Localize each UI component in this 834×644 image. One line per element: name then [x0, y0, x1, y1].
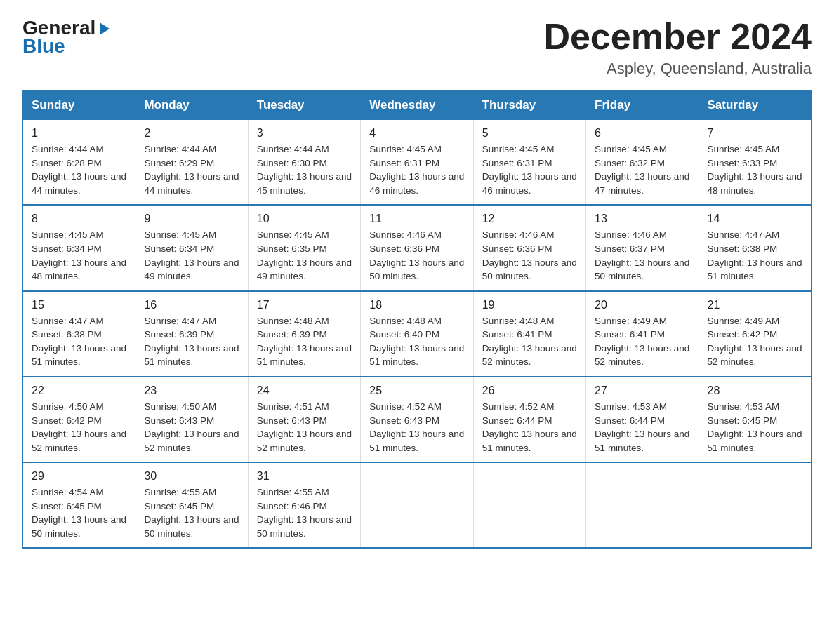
day-number: 23	[144, 384, 240, 397]
day-info: Sunrise: 4:45 AMSunset: 6:35 PMDaylight:…	[257, 229, 352, 281]
day-cell: 21Sunrise: 4:49 AMSunset: 6:42 PMDayligh…	[699, 291, 811, 377]
day-cell: 29Sunrise: 4:54 AMSunset: 6:45 PMDayligh…	[23, 462, 135, 548]
day-number: 13	[595, 213, 691, 225]
day-info: Sunrise: 4:53 AMSunset: 6:45 PMDaylight:…	[708, 401, 802, 453]
day-cell: 1Sunrise: 4:44 AMSunset: 6:28 PMDaylight…	[23, 120, 135, 206]
day-cell: 24Sunrise: 4:51 AMSunset: 6:43 PMDayligh…	[248, 377, 360, 462]
day-number: 7	[708, 127, 804, 140]
day-info: Sunrise: 4:49 AMSunset: 6:41 PMDaylight:…	[595, 316, 689, 368]
day-info: Sunrise: 4:47 AMSunset: 6:39 PMDaylight:…	[144, 316, 239, 368]
day-cell: 16Sunrise: 4:47 AMSunset: 6:39 PMDayligh…	[135, 291, 248, 377]
logo: General Blue	[22, 17, 112, 58]
day-cell: 27Sunrise: 4:53 AMSunset: 6:44 PMDayligh…	[586, 377, 699, 462]
day-cell: 30Sunrise: 4:55 AMSunset: 6:45 PMDayligh…	[135, 462, 248, 548]
day-info: Sunrise: 4:50 AMSunset: 6:43 PMDaylight:…	[144, 401, 239, 453]
day-number: 15	[32, 299, 128, 311]
header-cell-tuesday: Tuesday	[248, 91, 360, 120]
day-info: Sunrise: 4:46 AMSunset: 6:36 PMDaylight:…	[369, 229, 464, 281]
week-row-3: 15Sunrise: 4:47 AMSunset: 6:38 PMDayligh…	[23, 291, 812, 377]
day-number: 20	[595, 299, 691, 311]
day-cell: 13Sunrise: 4:46 AMSunset: 6:37 PMDayligh…	[586, 205, 699, 290]
header: General Blue December 2024 Aspley, Queen…	[22, 17, 812, 78]
day-cell: 18Sunrise: 4:48 AMSunset: 6:40 PMDayligh…	[361, 291, 473, 377]
title-area: December 2024 Aspley, Queensland, Austra…	[543, 17, 812, 78]
day-cell: 3Sunrise: 4:44 AMSunset: 6:30 PMDaylight…	[248, 120, 360, 206]
day-number: 2	[144, 127, 240, 140]
day-cell: 17Sunrise: 4:48 AMSunset: 6:39 PMDayligh…	[248, 291, 360, 377]
day-info: Sunrise: 4:45 AMSunset: 6:34 PMDaylight:…	[144, 229, 239, 281]
day-info: Sunrise: 4:47 AMSunset: 6:38 PMDaylight:…	[708, 229, 802, 281]
day-cell: 7Sunrise: 4:45 AMSunset: 6:33 PMDaylight…	[699, 120, 811, 206]
day-number: 11	[369, 213, 465, 225]
day-number: 16	[144, 299, 240, 311]
day-cell: 2Sunrise: 4:44 AMSunset: 6:29 PMDaylight…	[135, 120, 248, 206]
day-info: Sunrise: 4:53 AMSunset: 6:44 PMDaylight:…	[595, 401, 689, 453]
header-cell-monday: Monday	[135, 91, 248, 120]
day-cell: 22Sunrise: 4:50 AMSunset: 6:42 PMDayligh…	[23, 377, 135, 462]
day-number: 24	[257, 384, 353, 397]
day-info: Sunrise: 4:46 AMSunset: 6:37 PMDaylight:…	[595, 229, 689, 281]
day-number: 28	[708, 384, 804, 397]
header-cell-wednesday: Wednesday	[361, 91, 473, 120]
day-info: Sunrise: 4:44 AMSunset: 6:30 PMDaylight:…	[257, 144, 352, 196]
day-info: Sunrise: 4:55 AMSunset: 6:46 PMDaylight:…	[257, 487, 352, 539]
day-info: Sunrise: 4:48 AMSunset: 6:41 PMDaylight:…	[482, 316, 577, 368]
header-cell-friday: Friday	[586, 91, 699, 120]
day-cell: 28Sunrise: 4:53 AMSunset: 6:45 PMDayligh…	[699, 377, 811, 462]
day-number: 17	[257, 299, 353, 311]
day-cell: 11Sunrise: 4:46 AMSunset: 6:36 PMDayligh…	[361, 205, 473, 290]
day-cell: 20Sunrise: 4:49 AMSunset: 6:41 PMDayligh…	[586, 291, 699, 377]
day-info: Sunrise: 4:44 AMSunset: 6:28 PMDaylight:…	[32, 144, 126, 196]
header-cell-thursday: Thursday	[473, 91, 585, 120]
logo-arrow-icon	[97, 21, 112, 36]
day-cell	[361, 462, 473, 548]
month-title: December 2024	[543, 17, 812, 57]
day-cell: 25Sunrise: 4:52 AMSunset: 6:43 PMDayligh…	[361, 377, 473, 462]
day-info: Sunrise: 4:50 AMSunset: 6:42 PMDaylight:…	[32, 401, 126, 453]
day-info: Sunrise: 4:52 AMSunset: 6:43 PMDaylight:…	[369, 401, 464, 453]
day-info: Sunrise: 4:52 AMSunset: 6:44 PMDaylight:…	[482, 401, 577, 453]
calendar-body: 1Sunrise: 4:44 AMSunset: 6:28 PMDaylight…	[23, 120, 812, 549]
day-number: 3	[257, 127, 353, 140]
day-cell: 9Sunrise: 4:45 AMSunset: 6:34 PMDaylight…	[135, 205, 248, 290]
day-number: 14	[708, 213, 804, 225]
day-number: 8	[32, 213, 128, 225]
day-number: 10	[257, 213, 353, 225]
day-info: Sunrise: 4:48 AMSunset: 6:39 PMDaylight:…	[257, 316, 352, 368]
calendar-header: SundayMondayTuesdayWednesdayThursdayFrid…	[23, 91, 812, 120]
day-number: 12	[482, 213, 578, 225]
header-cell-saturday: Saturday	[699, 91, 811, 120]
day-cell: 4Sunrise: 4:45 AMSunset: 6:31 PMDaylight…	[361, 120, 473, 206]
day-cell: 8Sunrise: 4:45 AMSunset: 6:34 PMDaylight…	[23, 205, 135, 290]
day-number: 6	[595, 127, 691, 140]
day-info: Sunrise: 4:48 AMSunset: 6:40 PMDaylight:…	[369, 316, 464, 368]
day-info: Sunrise: 4:55 AMSunset: 6:45 PMDaylight:…	[144, 487, 239, 539]
day-info: Sunrise: 4:54 AMSunset: 6:45 PMDaylight:…	[32, 487, 126, 539]
logo-blue: Blue	[22, 35, 65, 58]
day-info: Sunrise: 4:45 AMSunset: 6:31 PMDaylight:…	[482, 144, 577, 196]
day-number: 25	[369, 384, 465, 397]
day-info: Sunrise: 4:46 AMSunset: 6:36 PMDaylight:…	[482, 229, 577, 281]
location-title: Aspley, Queensland, Australia	[543, 60, 812, 78]
day-number: 29	[32, 470, 128, 483]
day-info: Sunrise: 4:44 AMSunset: 6:29 PMDaylight:…	[144, 144, 239, 196]
day-number: 4	[369, 127, 465, 140]
calendar-table: SundayMondayTuesdayWednesdayThursdayFrid…	[22, 90, 812, 549]
day-number: 18	[369, 299, 465, 311]
day-cell: 31Sunrise: 4:55 AMSunset: 6:46 PMDayligh…	[248, 462, 360, 548]
day-cell: 19Sunrise: 4:48 AMSunset: 6:41 PMDayligh…	[473, 291, 585, 377]
day-info: Sunrise: 4:45 AMSunset: 6:32 PMDaylight:…	[595, 144, 689, 196]
header-cell-sunday: Sunday	[23, 91, 135, 120]
day-cell: 12Sunrise: 4:46 AMSunset: 6:36 PMDayligh…	[473, 205, 585, 290]
week-row-4: 22Sunrise: 4:50 AMSunset: 6:42 PMDayligh…	[23, 377, 812, 462]
day-cell: 26Sunrise: 4:52 AMSunset: 6:44 PMDayligh…	[473, 377, 585, 462]
week-row-2: 8Sunrise: 4:45 AMSunset: 6:34 PMDaylight…	[23, 205, 812, 290]
day-number: 26	[482, 384, 578, 397]
day-cell: 5Sunrise: 4:45 AMSunset: 6:31 PMDaylight…	[473, 120, 585, 206]
day-cell: 15Sunrise: 4:47 AMSunset: 6:38 PMDayligh…	[23, 291, 135, 377]
day-number: 22	[32, 384, 128, 397]
day-number: 27	[595, 384, 691, 397]
header-row: SundayMondayTuesdayWednesdayThursdayFrid…	[23, 91, 812, 120]
day-cell: 10Sunrise: 4:45 AMSunset: 6:35 PMDayligh…	[248, 205, 360, 290]
day-cell: 23Sunrise: 4:50 AMSunset: 6:43 PMDayligh…	[135, 377, 248, 462]
